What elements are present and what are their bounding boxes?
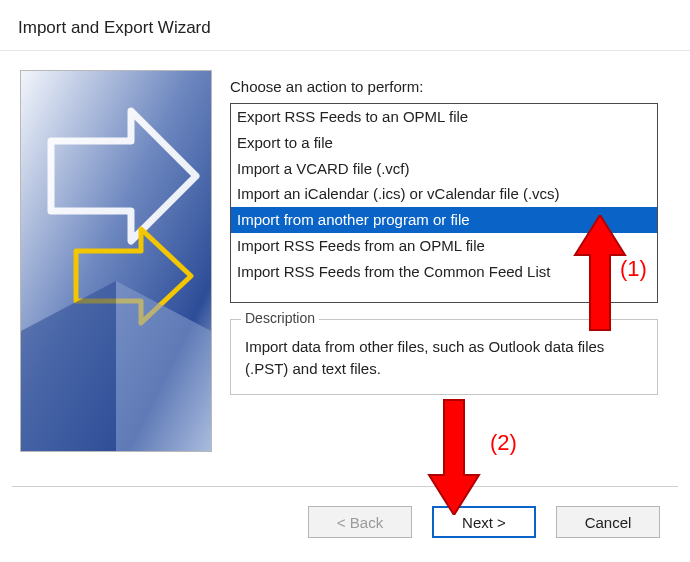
list-item[interactable]: Export RSS Feeds to an OPML file — [231, 104, 657, 130]
wizard-illustration-svg — [21, 71, 211, 451]
back-button: < Back — [308, 506, 412, 538]
description-text: Import data from other files, such as Ou… — [245, 336, 643, 380]
list-item[interactable]: Import a VCARD file (.vcf) — [231, 156, 657, 182]
action-listbox[interactable]: Export RSS Feeds to an OPML file Export … — [230, 103, 658, 303]
import-export-wizard-dialog: Import and Export Wizard — [0, 0, 690, 562]
description-legend: Description — [241, 310, 319, 326]
list-item[interactable]: Export to a file — [231, 130, 657, 156]
cancel-button[interactable]: Cancel — [556, 506, 660, 538]
list-item[interactable]: Import RSS Feeds from an OPML file — [231, 233, 657, 259]
wizard-illustration — [20, 70, 212, 452]
wizard-content: Choose an action to perform: Export RSS … — [230, 78, 670, 395]
bottom-separator — [12, 486, 678, 487]
list-item[interactable]: Import RSS Feeds from the Common Feed Li… — [231, 259, 657, 285]
list-item-selected[interactable]: Import from another program or file — [231, 207, 657, 233]
next-button[interactable]: Next > — [432, 506, 536, 538]
dialog-title: Import and Export Wizard — [18, 18, 211, 38]
annotation-arrow-2 — [424, 395, 484, 515]
choose-action-label: Choose an action to perform: — [230, 78, 670, 95]
list-item[interactable]: Import an iCalendar (.ics) or vCalendar … — [231, 181, 657, 207]
svg-marker-4 — [429, 400, 479, 515]
annotation-label-2: (2) — [490, 430, 517, 456]
title-separator — [0, 50, 690, 51]
description-groupbox: Description Import data from other files… — [230, 319, 658, 395]
wizard-buttons: < Back Next > Cancel — [308, 506, 660, 538]
